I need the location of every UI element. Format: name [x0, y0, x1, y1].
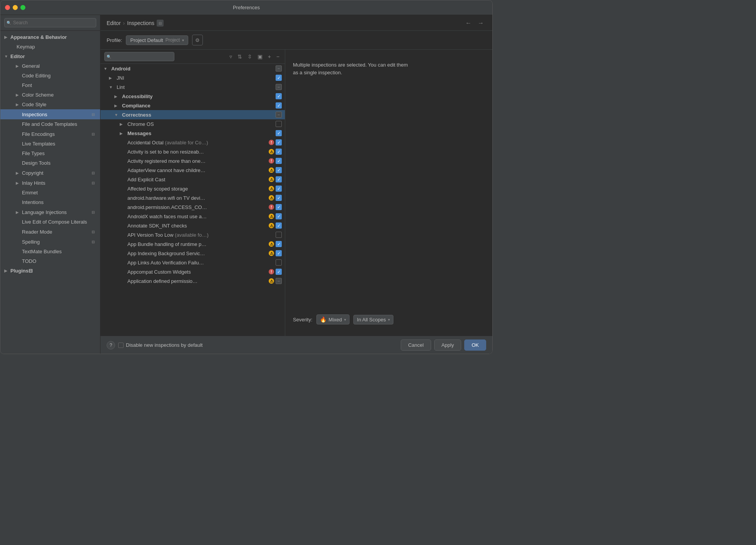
tree-item-permission-access[interactable]: android.permission.ACCESS_CO… ! ✓ — [100, 202, 285, 212]
traffic-lights[interactable] — [5, 5, 25, 10]
sidebar-item-language-injections[interactable]: ▶ Language Injections ⊟ — [0, 207, 100, 217]
help-button[interactable]: ? — [107, 341, 115, 349]
minimize-button[interactable] — [13, 5, 18, 10]
tree-item-jni[interactable]: ▶ JNI ✓ — [100, 73, 285, 82]
tree-item-messages[interactable]: ▶ Messages ✓ — [100, 129, 285, 138]
checkbox-app-indexing[interactable]: ✓ — [276, 250, 282, 256]
checkbox-permission-access[interactable]: ✓ — [276, 204, 282, 210]
severity-dropdown[interactable]: 🔥 Mixed ▾ — [316, 314, 350, 324]
checkbox-add-explicit-cast[interactable]: ✓ — [276, 176, 282, 182]
tree-item-accessibility[interactable]: ▶ Accessibility ✓ — [100, 92, 285, 101]
tree-item-appcompat[interactable]: Appcompat Custom Widgets ! ✓ — [100, 267, 285, 276]
tree-item-chrome-os[interactable]: ▶ Chrome OS — [100, 119, 285, 129]
sidebar-item-copyright[interactable]: ▶ Copyright ⊟ — [0, 168, 100, 178]
tree-item-scoped-storage[interactable]: Affected by scoped storage ⚠ ✓ — [100, 184, 285, 193]
checkbox-accessibility[interactable]: ✓ — [276, 93, 282, 99]
checkbox-appcompat[interactable]: ✓ — [276, 269, 282, 275]
disable-checkbox[interactable] — [118, 343, 124, 348]
checkbox-android[interactable]: − — [276, 65, 282, 72]
sidebar-item-file-encodings[interactable]: File Encodings ⊟ — [0, 129, 100, 139]
checkbox-messages[interactable]: ✓ — [276, 130, 282, 136]
sidebar-item-appearance[interactable]: ▶ Appearance & Behavior — [0, 32, 100, 42]
sidebar-item-live-templates[interactable]: Live Templates — [0, 139, 100, 149]
checkbox-activity-non-resize[interactable]: ✓ — [276, 149, 282, 155]
warn-badge: ⚠ — [269, 278, 274, 284]
back-button[interactable]: ← — [463, 19, 474, 27]
expand-all-button[interactable]: ⇅ — [236, 53, 244, 60]
checkbox-application-defined[interactable]: − — [276, 278, 282, 284]
checkbox-chrome-os[interactable] — [276, 121, 282, 127]
checkbox-jni[interactable]: ✓ — [276, 75, 282, 81]
tree-item-hardware-wifi[interactable]: android.hardware.wifi on TV devi… ⚠ ✓ — [100, 193, 285, 202]
scope-dropdown[interactable]: In All Scopes ▾ — [353, 315, 393, 324]
sidebar-item-inlay-hints[interactable]: ▶ Inlay Hints ⊟ — [0, 178, 100, 188]
tree-item-adapterview[interactable]: AdapterView cannot have childre… ⚠ ✓ — [100, 166, 285, 175]
sidebar-item-editor[interactable]: ▼ Editor — [0, 52, 100, 61]
checkbox-app-bundle[interactable]: ✓ — [276, 241, 282, 247]
sidebar-item-textmate[interactable]: TextMate Bundles — [0, 247, 100, 256]
tree-item-application-defined[interactable]: Application defined permissio… ⚠ − — [100, 276, 285, 286]
sidebar-item-spelling[interactable]: Spelling ⊟ — [0, 237, 100, 247]
tree-item-lint[interactable]: ▼ Lint − — [100, 82, 285, 92]
checkbox-hardware-wifi[interactable]: ✓ — [276, 195, 282, 201]
close-button[interactable] — [5, 5, 10, 10]
sidebar-item-color-scheme[interactable]: ▶ Color Scheme — [0, 90, 100, 100]
collapse-all-button[interactable]: ⇳ — [246, 53, 254, 60]
checkbox-correctness[interactable]: − — [276, 112, 282, 118]
tree-item-android[interactable]: ▼ Android − — [100, 64, 285, 73]
checkbox-accidental-octal[interactable]: ✓ — [276, 139, 282, 145]
sidebar-item-emmet[interactable]: Emmet — [0, 188, 100, 197]
gear-button[interactable]: ⚙ — [192, 35, 203, 45]
checkbox-androidx-watch[interactable]: ✓ — [276, 213, 282, 219]
sidebar-item-file-types[interactable]: File Types — [0, 149, 100, 158]
checkbox-app-links[interactable] — [276, 259, 282, 266]
sidebar-item-design-tools[interactable]: Design Tools — [0, 158, 100, 168]
pin-icon[interactable]: ⊟ — [157, 20, 164, 27]
checkbox-lint[interactable]: − — [276, 84, 282, 90]
checkbox-activity-registered[interactable]: ✓ — [276, 158, 282, 164]
sidebar-item-intentions[interactable]: Intentions — [0, 197, 100, 207]
tree-item-app-bundle[interactable]: App Bundle handling of runtime p… ⚠ ✓ — [100, 239, 285, 249]
tree-item-androidx-watch[interactable]: AndroidX watch faces must use a… ⚠ ✓ — [100, 212, 285, 221]
tree-item-api-version[interactable]: API Version Too Low (available fo…) — [100, 230, 285, 239]
checkbox-api-version[interactable] — [276, 232, 282, 238]
checkbox-annotate-sdk[interactable]: ✓ — [276, 222, 282, 229]
sidebar-item-plugins[interactable]: ▶ Plugins ⊟ — [0, 266, 100, 276]
remove-button[interactable]: − — [275, 53, 281, 60]
ok-button[interactable]: OK — [464, 339, 486, 351]
add-button[interactable]: + — [266, 53, 273, 60]
cancel-button[interactable]: Cancel — [401, 339, 431, 351]
sidebar-item-general[interactable]: ▶ General — [0, 61, 100, 71]
maximize-button[interactable] — [20, 5, 25, 10]
group-button[interactable]: ▣ — [256, 53, 264, 60]
tree-item-compliance[interactable]: ▶ Compliance ✓ — [100, 101, 285, 110]
sidebar-item-inspections[interactable]: Inspections ⊟ — [0, 109, 100, 119]
sidebar-item-code-editing[interactable]: Code Editing — [0, 71, 100, 80]
tree-item-add-explicit-cast[interactable]: Add Explicit Cast ⚠ ✓ — [100, 175, 285, 184]
forward-button[interactable]: → — [475, 19, 486, 27]
checkbox-adapterview[interactable]: ✓ — [276, 167, 282, 173]
checkbox-scoped-storage[interactable]: ✓ — [276, 186, 282, 192]
tree-item-activity-non-resize[interactable]: Activity is set to be non resizeab… ⚠ ✓ — [100, 147, 285, 156]
tree-item-annotate-sdk[interactable]: Annotate SDK_INT checks ⚠ ✓ — [100, 221, 285, 230]
sidebar-item-keymap[interactable]: Keymap — [0, 42, 100, 52]
sidebar-item-font[interactable]: Font — [0, 80, 100, 90]
sidebar-search-input[interactable] — [4, 18, 96, 27]
filter-button[interactable]: ▿ — [228, 53, 234, 60]
checkbox-compliance[interactable]: ✓ — [276, 102, 282, 109]
tree-item-app-links[interactable]: App Links Auto Verification Failu… — [100, 258, 285, 267]
tree-item-accidental-octal[interactable]: Accidental Octal (available for Co…) ! ✓ — [100, 138, 285, 147]
right-content: Multiple inspections are selected. You c… — [293, 57, 485, 328]
tree-item-activity-registered[interactable]: Activity registered more than one… ! ✓ — [100, 156, 285, 166]
sidebar-item-label: TODO — [22, 258, 96, 264]
inspections-search-input[interactable] — [104, 52, 174, 61]
sidebar-item-file-code-templates[interactable]: File and Code Templates — [0, 119, 100, 129]
sidebar-item-code-style[interactable]: ▶ Code Style — [0, 100, 100, 109]
tree-item-app-indexing[interactable]: App Indexing Background Servic… ⚠ ✓ — [100, 249, 285, 258]
profile-dropdown[interactable]: Project Default Project ▾ — [126, 35, 188, 45]
sidebar-item-live-edit-compose[interactable]: Live Edit of Compose Literals — [0, 217, 100, 227]
apply-button[interactable]: Apply — [434, 339, 462, 351]
sidebar-item-todo[interactable]: TODO — [0, 256, 100, 266]
sidebar-item-reader-mode[interactable]: Reader Mode ⊟ — [0, 227, 100, 237]
tree-item-correctness[interactable]: ▼ Correctness − — [100, 110, 285, 119]
